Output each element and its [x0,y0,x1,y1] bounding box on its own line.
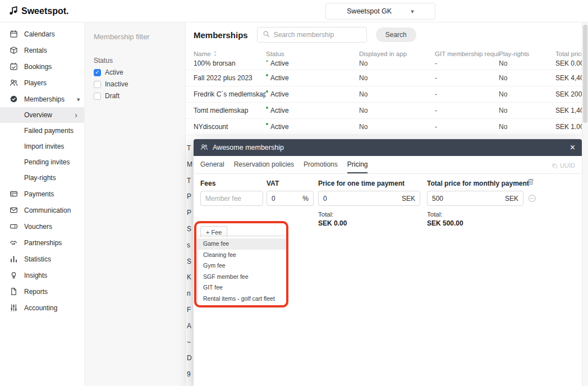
uuid-button[interactable]: UUID [552,162,575,173]
tab-reservation-policies[interactable]: Reservation policies [234,160,294,173]
table-row[interactable]: Fall 2022 plus 2023 Active No - No SEK 4… [186,70,588,86]
table-row[interactable]: Fredrik C´s medlemskap Active No - No SE… [186,86,588,103]
fees-column-label: Fees [200,180,215,187]
sidebar-item-calendars[interactable]: Calendars [0,26,84,42]
currency-suffix: SEK [505,195,518,203]
cell-git-required: - [435,90,499,98]
partial-letter: K [187,269,194,286]
sidebar-item-label: Payments [24,190,54,198]
sidebar-subitem-pending-invites[interactable]: Pending invites [0,154,84,170]
calendar-check-icon [9,62,18,71]
column-header-name[interactable]: Name [194,50,266,58]
checkbox-checked-icon[interactable] [94,69,101,76]
sidebar-subitem-import-invites[interactable]: Import invites [0,139,84,154]
checkbox-unchecked-icon[interactable] [94,93,101,100]
credit-card-icon [9,190,18,199]
close-icon[interactable] [570,143,575,152]
fee-menu-item-sgf-member-fee[interactable]: SGF member fee [198,272,287,283]
cell-displayed-in-app: No [359,61,435,67]
table-row[interactable]: Tomt medlemskap Active No - No SEK 1,400… [186,103,588,119]
percent-suffix: % [302,195,309,203]
fee-dropdown-menu: Game fee Cleaning fee Gym fee SGF member… [198,237,287,306]
cell-displayed-in-app: No [359,74,435,82]
partial-letter: S [187,221,194,237]
sidebar-item-memberships[interactable]: Memberships [0,91,84,107]
filter-group-label: Status [94,57,176,65]
table-row[interactable]: 100% brorsan Active No - No SEK 0.00 [186,61,588,70]
sidebar-subitem-failed-payments[interactable]: Failed payments [0,123,84,139]
search-icon [263,30,270,39]
chevron-right-icon [75,111,77,120]
monthly-total-value: SEK 500.00 [427,219,463,227]
one-time-column-label: Price for one time payment [318,180,405,187]
monthly-price-input[interactable] [432,195,503,203]
sidebar-subitem-label: Pending invites [24,158,70,166]
table-row[interactable]: NYdiscount Active No - No SEK 1.00 [186,119,588,135]
sidebar-item-label: Players [24,79,47,87]
filter-option-active[interactable]: Active [94,68,176,76]
partial-letter: P [187,205,194,221]
fee-menu-item-git-fee[interactable]: GIT fee [198,282,287,293]
ticket-icon [9,222,18,231]
one-time-price-field: SEK [318,191,420,206]
tab-pricing[interactable]: Pricing [347,160,368,173]
filter-option-draft[interactable]: Draft [94,92,176,100]
sort-icon[interactable] [213,50,218,58]
status-dot [266,74,268,76]
club-selector-value: Sweetspot GK [347,7,392,15]
filter-option-inactive[interactable]: Inactive [94,80,176,88]
sidebar-item-rentals[interactable]: Rentals [0,42,84,58]
sidebar-item-label: Rentals [24,47,47,54]
one-time-price-input[interactable] [323,195,399,203]
cell-name: Fall 2022 plus 2023 [194,74,266,82]
scrollbar[interactable] [582,22,588,386]
tab-promotions[interactable]: Promotions [304,160,338,173]
filter-panel-title: Membership filter [94,33,176,41]
sidebar-item-vouchers[interactable]: Vouchers [0,218,84,235]
search-button[interactable]: Search [376,27,416,42]
sidebar-subitem-overview[interactable]: Overview [0,107,84,123]
tab-general[interactable]: General [200,160,224,173]
uuid-button-label: UUID [560,162,575,169]
sidebar-item-bookings[interactable]: Bookings [0,58,84,75]
fee-menu-item-gym-fee[interactable]: Gym fee [198,260,287,272]
sidebar-item-label: Bookings [24,63,52,71]
cell-git-required: - [435,61,499,67]
sidebar: Calendars Rentals Bookings Players Membe… [0,22,84,386]
users-icon [9,79,18,88]
checkbox-unchecked-icon[interactable] [94,81,101,88]
one-time-total-value: SEK 0.00 [318,219,347,227]
remove-row-icon[interactable] [528,194,536,204]
cell-displayed-in-app: No [359,90,435,98]
vat-input[interactable] [272,195,300,203]
fee-menu-item-game-fee[interactable]: Game fee [198,238,287,250]
handshake-icon [9,238,18,247]
scrollbar-thumb[interactable] [583,25,587,123]
monthly-column-label: Total price for monthly payment [427,180,529,187]
bar-chart-icon [9,255,18,264]
sidebar-item-accounting[interactable]: Accounting [0,300,84,316]
sidebar-item-communication[interactable]: Communication [0,202,84,218]
club-selector[interactable]: Sweetspot GK [325,3,435,20]
filter-option-label: Inactive [105,80,128,88]
fee-menu-item-cleaning-fee[interactable]: Cleaning fee [198,250,287,261]
main-header: Memberships Search [186,22,588,47]
column-header-play-rights: Play-rights [499,50,555,57]
fee-name-input[interactable] [205,195,258,203]
status-dot [266,123,268,125]
modal-header: Awesome membership [194,139,582,156]
sidebar-item-label: Reports [24,288,48,296]
sidebar-item-statistics[interactable]: Statistics [0,251,84,267]
sidebar-item-players[interactable]: Players [0,75,84,91]
search-input[interactable] [274,31,361,39]
brand-logo[interactable]: Sweetspot. [9,0,68,22]
add-fee-button[interactable]: + Fee [200,226,227,238]
sidebar-item-reports[interactable]: Reports [0,283,84,300]
sidebar-item-insights[interactable]: Insights [0,267,84,283]
partial-letter: A [187,318,194,334]
fee-menu-item-rental-items[interactable]: Rental items - golf cart fleet [198,293,287,305]
trash-icon[interactable] [527,178,535,187]
sidebar-subitem-play-rights[interactable]: Play-rights [0,170,84,186]
sidebar-item-partnerships[interactable]: Partnerships [0,235,84,251]
sidebar-item-payments[interactable]: Payments [0,186,84,202]
